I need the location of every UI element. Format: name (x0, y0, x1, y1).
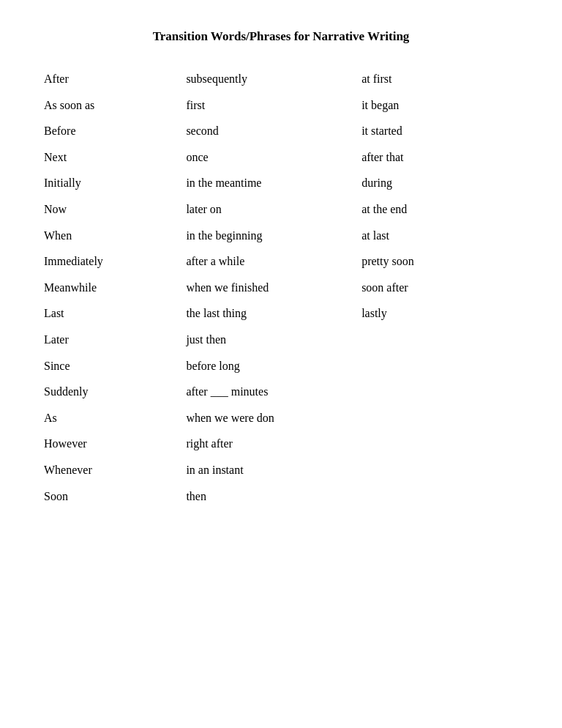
table-row: Initiallyin the meantimeduring (44, 170, 518, 196)
col3-cell (361, 431, 518, 457)
col2-cell: the last thing (186, 300, 361, 327)
table-row: Immediatelyafter a whilepretty soon (44, 248, 518, 275)
table-row: Aftersubsequentlyat first (44, 66, 518, 92)
page: Transition Words/Phrases for Narrative W… (0, 0, 562, 728)
col1-cell: Initially (44, 170, 186, 196)
col2-cell: once (186, 144, 361, 171)
col3-cell: after that (361, 144, 518, 171)
table-row: Aswhen we were don (44, 405, 518, 431)
col3-cell (361, 327, 518, 353)
col1-cell: When (44, 223, 186, 249)
col3-cell: it began (361, 92, 518, 119)
col2-cell: second (186, 118, 361, 144)
col3-cell: at first (361, 66, 518, 92)
col1-cell: Since (44, 353, 186, 379)
col1-cell: After (44, 66, 186, 92)
table-row: Lastthe last thinglastly (44, 300, 518, 327)
col2-cell: in the beginning (186, 223, 361, 249)
col2-cell: when we were don (186, 405, 361, 431)
col1-cell: As (44, 405, 186, 431)
col2-cell: after a while (186, 248, 361, 275)
table-row: Nowlater onat the end (44, 196, 518, 223)
col3-cell: it started (361, 118, 518, 144)
col1-cell: Suddenly (44, 379, 186, 405)
col3-cell (361, 405, 518, 431)
col1-cell: As soon as (44, 92, 186, 119)
col3-cell (361, 379, 518, 405)
col3-cell (361, 483, 518, 510)
col1-cell: Meanwhile (44, 275, 186, 301)
table-row: As soon asfirstit began (44, 92, 518, 119)
col3-cell: at the end (361, 196, 518, 223)
col2-cell: in the meantime (186, 170, 361, 196)
page-title: Transition Words/Phrases for Narrative W… (44, 29, 518, 44)
col3-cell: during (361, 170, 518, 196)
col2-cell: just then (186, 327, 361, 353)
table-row: Soonthen (44, 483, 518, 510)
table-row: Wheneverin an instant (44, 457, 518, 483)
col1-cell: Last (44, 300, 186, 327)
table-row: Suddenlyafter ___ minutes (44, 379, 518, 405)
col3-cell: lastly (361, 300, 518, 327)
col3-cell (361, 457, 518, 483)
col2-cell: after ___ minutes (186, 379, 361, 405)
col1-cell: Next (44, 144, 186, 171)
col2-cell: first (186, 92, 361, 119)
col1-cell: Later (44, 327, 186, 353)
col1-cell: However (44, 431, 186, 457)
col1-cell: Soon (44, 483, 186, 510)
col2-cell: right after (186, 431, 361, 457)
table-row: Sincebefore long (44, 353, 518, 379)
col2-cell: when we finished (186, 275, 361, 301)
col2-cell: in an instant (186, 457, 361, 483)
table-row: Howeverright after (44, 431, 518, 457)
col2-cell: before long (186, 353, 361, 379)
col3-cell: soon after (361, 275, 518, 301)
col1-cell: Whenever (44, 457, 186, 483)
col1-cell: Immediately (44, 248, 186, 275)
col3-cell: at last (361, 223, 518, 249)
table-row: Beforesecondit started (44, 118, 518, 144)
col2-cell: then (186, 483, 361, 510)
col2-cell: subsequently (186, 66, 361, 92)
col3-cell: pretty soon (361, 248, 518, 275)
col3-cell (361, 353, 518, 379)
table-row: Whenin the beginningat last (44, 223, 518, 249)
table-row: Laterjust then (44, 327, 518, 353)
table-row: Meanwhilewhen we finishedsoon after (44, 275, 518, 301)
col2-cell: later on (186, 196, 361, 223)
word-table: Aftersubsequentlyat firstAs soon asfirst… (44, 66, 518, 509)
col1-cell: Before (44, 118, 186, 144)
col1-cell: Now (44, 196, 186, 223)
table-row: Nextonceafter that (44, 144, 518, 171)
